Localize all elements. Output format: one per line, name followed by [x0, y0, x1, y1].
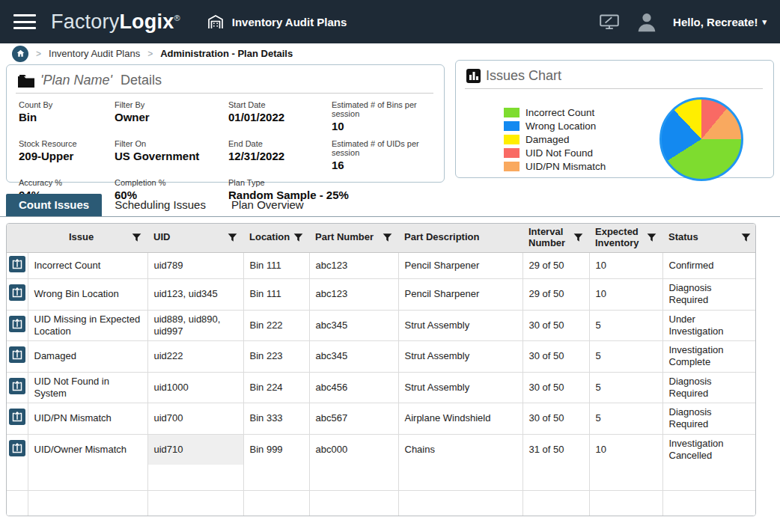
- expected-inventory-cell: 5: [596, 412, 601, 424]
- user-menu[interactable]: Hello, Recreate! ▾: [673, 16, 767, 28]
- legend-item-incorrect-count: Incorrect Count: [504, 107, 606, 118]
- issue-cell: UID Missing in Expected Location: [34, 314, 141, 337]
- header-uid: UID: [147, 224, 243, 252]
- top-navbar: FactoryLogix® Inventory Audit Plans: [0, 0, 780, 43]
- tab-plan-overview[interactable]: Plan Overview: [219, 194, 317, 216]
- table-row: Damaged uid222 Bin 223 abc345 Strut Asse…: [7, 341, 756, 373]
- part-number-cell: abc456: [316, 382, 348, 393]
- filter-icon[interactable]: [741, 233, 751, 242]
- uid-cell: uid700: [154, 412, 183, 424]
- table-row: UID/Owner Mismatch uid710 Bin 999 abc000…: [7, 434, 756, 465]
- plan-name-label: 'Plan Name': [40, 73, 112, 88]
- legend-swatch: [504, 135, 520, 144]
- expected-inventory-cell: 5: [596, 350, 601, 361]
- issue-cell: Damaged: [34, 350, 76, 361]
- status-cell: Confirmed: [669, 260, 714, 271]
- breadcrumb-link-inventory-audit-plans[interactable]: Inventory Audit Plans: [49, 48, 140, 59]
- interval-number-cell: 30 of 50: [529, 350, 564, 361]
- open-issue-button[interactable]: [9, 284, 25, 301]
- breadcrumb-separator: >: [36, 49, 41, 59]
- pie-chart: [659, 97, 743, 181]
- interval-number-cell: 30 of 50: [529, 412, 564, 424]
- expected-inventory-cell: 10: [596, 288, 606, 299]
- open-issue-button[interactable]: [9, 346, 25, 363]
- filter-icon[interactable]: [293, 233, 303, 242]
- open-issue-button[interactable]: [9, 409, 25, 425]
- field-filter-on: Filter On US Government: [115, 139, 228, 171]
- status-cell: Under Investigation: [669, 314, 724, 337]
- issue-cell: UID/PN Mismatch: [34, 412, 112, 424]
- open-issue-button[interactable]: [9, 316, 25, 332]
- expected-inventory-cell: 10: [596, 260, 606, 271]
- location-cell: Bin 222: [250, 319, 283, 331]
- expected-inventory-cell: 5: [596, 319, 601, 331]
- legend-swatch: [504, 121, 520, 131]
- menu-icon[interactable]: [13, 14, 36, 29]
- filter-icon[interactable]: [228, 233, 237, 242]
- table-header-row: Issue UID Location Part Number Part Desc…: [7, 224, 756, 252]
- interval-number-cell: 29 of 50: [529, 260, 564, 271]
- header-issue: Issue: [28, 224, 147, 252]
- logo-logix: Logix: [119, 10, 174, 33]
- header-interval-number: Interval Number: [522, 224, 589, 252]
- legend-item-damaged: Damaged: [504, 134, 606, 145]
- field-stock-resource: Stock Resource 209-Upper: [19, 139, 115, 171]
- issue-cell: Incorrect Count: [34, 260, 101, 271]
- part-number-cell: abc123: [316, 288, 348, 299]
- folder-icon: [17, 73, 35, 88]
- location-cell: Bin 224: [250, 382, 283, 393]
- tab-count-issues[interactable]: Count Issues: [6, 194, 102, 216]
- filter-icon[interactable]: [132, 233, 141, 242]
- status-cell: Diagnosis Required: [669, 406, 712, 429]
- header-expected-inventory: Expected Inventory: [589, 224, 662, 252]
- greeting-label: Hello, Recreate!: [673, 16, 758, 28]
- part-description-cell: Pencil Sharpener: [405, 260, 480, 271]
- plan-details-title: 'Plan Name' Details: [16, 71, 433, 94]
- table-row: UID Not Found in System uid1000 Bin 224 …: [7, 372, 756, 403]
- table-row: UID/PN Mismatch uid700 Bin 333 abc567 Ai…: [7, 403, 756, 435]
- header-part-number: Part Number: [309, 224, 398, 252]
- part-number-cell: abc345: [316, 350, 348, 361]
- uid-cell: uid222: [154, 350, 183, 361]
- status-cell: Investigation Cancelled: [669, 438, 724, 461]
- filter-icon[interactable]: [383, 233, 392, 242]
- header-part-description: Part Description: [398, 224, 522, 252]
- bar-chart-icon: [466, 69, 481, 83]
- part-description-cell: Strut Assembly: [405, 350, 470, 361]
- field-filter-by: Filter By Owner: [115, 100, 228, 132]
- open-issue-button[interactable]: [9, 440, 25, 456]
- open-issue-button[interactable]: [9, 256, 25, 272]
- warehouse-icon: [206, 13, 225, 31]
- field-count-by: Count By Bin: [19, 100, 115, 132]
- location-cell: Bin 999: [250, 444, 283, 455]
- filter-icon[interactable]: [647, 233, 656, 242]
- location-cell: Bin 333: [250, 412, 283, 424]
- avatar-icon[interactable]: [634, 10, 659, 34]
- issues-chart-label: Issues Chart: [486, 68, 561, 84]
- issues-chart-title: Issues Chart: [465, 67, 763, 89]
- open-issue-button[interactable]: [9, 378, 25, 394]
- part-number-cell: abc345: [316, 319, 348, 331]
- logo-factory: Factory: [51, 10, 119, 33]
- legend-item-uid-not-found: UID Not Found: [504, 147, 606, 159]
- field-end-date: End Date 12/31/2022: [228, 139, 332, 171]
- part-number-cell: abc000: [316, 444, 348, 455]
- empty-table-row: [7, 490, 756, 516]
- header-location: Location: [243, 224, 309, 252]
- legend-swatch: [504, 148, 520, 158]
- filter-icon[interactable]: [573, 233, 583, 242]
- part-number-cell: abc123: [316, 260, 348, 271]
- tab-scheduling-issues[interactable]: Scheduling Issues: [102, 194, 219, 216]
- table-row: Incorrect Count uid789 Bin 111 abc123 Pe…: [7, 252, 756, 278]
- home-icon[interactable]: [12, 46, 28, 62]
- part-description-cell: Chains: [405, 444, 435, 455]
- monitor-edit-icon[interactable]: [598, 12, 621, 31]
- count-issues-table: Issue UID Location Part Number Part Desc…: [6, 223, 756, 516]
- details-label: Details: [121, 73, 162, 88]
- field-estimated-bins: Estimated # of Bins per session 10: [332, 100, 433, 132]
- legend-swatch: [504, 108, 520, 117]
- location-cell: Bin 223: [250, 350, 283, 361]
- interval-number-cell: 30 of 50: [529, 319, 564, 331]
- issue-cell: UID Not Found in System: [34, 376, 109, 399]
- uid-cell: uid710: [154, 444, 183, 455]
